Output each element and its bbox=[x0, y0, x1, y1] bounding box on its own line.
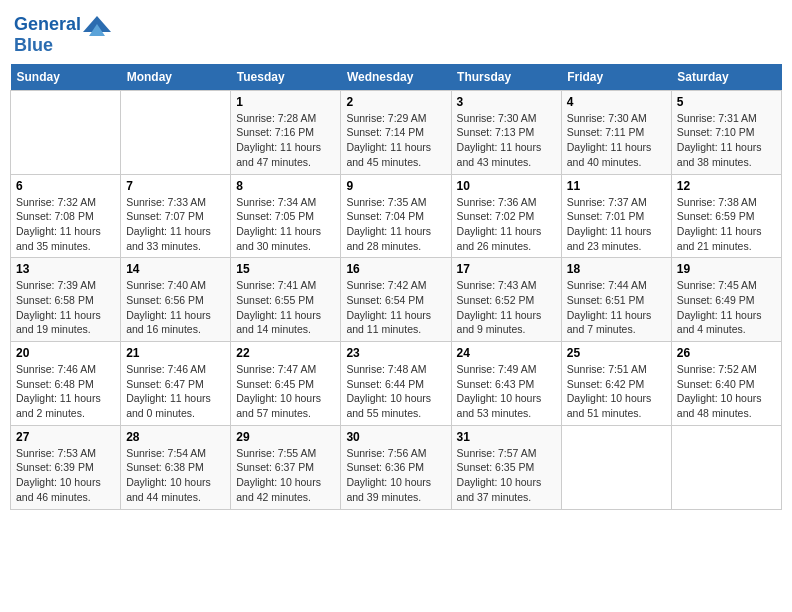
day-info: Sunrise: 7:38 AMSunset: 6:59 PMDaylight:… bbox=[677, 195, 776, 254]
day-info: Sunrise: 7:33 AMSunset: 7:07 PMDaylight:… bbox=[126, 195, 225, 254]
day-number: 4 bbox=[567, 95, 666, 109]
day-info: Sunrise: 7:56 AMSunset: 6:36 PMDaylight:… bbox=[346, 446, 445, 505]
day-info: Sunrise: 7:42 AMSunset: 6:54 PMDaylight:… bbox=[346, 278, 445, 337]
calendar-cell: 27Sunrise: 7:53 AMSunset: 6:39 PMDayligh… bbox=[11, 425, 121, 509]
calendar-table: SundayMondayTuesdayWednesdayThursdayFrid… bbox=[10, 64, 782, 510]
day-number: 10 bbox=[457, 179, 556, 193]
day-info: Sunrise: 7:40 AMSunset: 6:56 PMDaylight:… bbox=[126, 278, 225, 337]
day-info: Sunrise: 7:55 AMSunset: 6:37 PMDaylight:… bbox=[236, 446, 335, 505]
calendar-week-2: 6Sunrise: 7:32 AMSunset: 7:08 PMDaylight… bbox=[11, 174, 782, 258]
calendar-cell: 14Sunrise: 7:40 AMSunset: 6:56 PMDayligh… bbox=[121, 258, 231, 342]
weekday-header-friday: Friday bbox=[561, 64, 671, 91]
day-info: Sunrise: 7:45 AMSunset: 6:49 PMDaylight:… bbox=[677, 278, 776, 337]
weekday-header-sunday: Sunday bbox=[11, 64, 121, 91]
calendar-cell: 24Sunrise: 7:49 AMSunset: 6:43 PMDayligh… bbox=[451, 342, 561, 426]
day-number: 21 bbox=[126, 346, 225, 360]
calendar-cell: 25Sunrise: 7:51 AMSunset: 6:42 PMDayligh… bbox=[561, 342, 671, 426]
day-number: 6 bbox=[16, 179, 115, 193]
calendar-cell: 22Sunrise: 7:47 AMSunset: 6:45 PMDayligh… bbox=[231, 342, 341, 426]
day-number: 16 bbox=[346, 262, 445, 276]
weekday-header-wednesday: Wednesday bbox=[341, 64, 451, 91]
day-info: Sunrise: 7:49 AMSunset: 6:43 PMDaylight:… bbox=[457, 362, 556, 421]
day-number: 11 bbox=[567, 179, 666, 193]
day-info: Sunrise: 7:48 AMSunset: 6:44 PMDaylight:… bbox=[346, 362, 445, 421]
calendar-cell: 23Sunrise: 7:48 AMSunset: 6:44 PMDayligh… bbox=[341, 342, 451, 426]
calendar-week-1: 1Sunrise: 7:28 AMSunset: 7:16 PMDaylight… bbox=[11, 90, 782, 174]
calendar-cell bbox=[671, 425, 781, 509]
calendar-cell: 1Sunrise: 7:28 AMSunset: 7:16 PMDaylight… bbox=[231, 90, 341, 174]
day-number: 22 bbox=[236, 346, 335, 360]
day-number: 5 bbox=[677, 95, 776, 109]
calendar-cell: 7Sunrise: 7:33 AMSunset: 7:07 PMDaylight… bbox=[121, 174, 231, 258]
day-number: 7 bbox=[126, 179, 225, 193]
day-info: Sunrise: 7:57 AMSunset: 6:35 PMDaylight:… bbox=[457, 446, 556, 505]
day-info: Sunrise: 7:36 AMSunset: 7:02 PMDaylight:… bbox=[457, 195, 556, 254]
weekday-header-row: SundayMondayTuesdayWednesdayThursdayFrid… bbox=[11, 64, 782, 91]
day-number: 2 bbox=[346, 95, 445, 109]
calendar-cell: 16Sunrise: 7:42 AMSunset: 6:54 PMDayligh… bbox=[341, 258, 451, 342]
calendar-cell: 13Sunrise: 7:39 AMSunset: 6:58 PMDayligh… bbox=[11, 258, 121, 342]
day-number: 24 bbox=[457, 346, 556, 360]
day-info: Sunrise: 7:32 AMSunset: 7:08 PMDaylight:… bbox=[16, 195, 115, 254]
logo: General Blue bbox=[14, 14, 111, 56]
calendar-cell: 31Sunrise: 7:57 AMSunset: 6:35 PMDayligh… bbox=[451, 425, 561, 509]
calendar-week-3: 13Sunrise: 7:39 AMSunset: 6:58 PMDayligh… bbox=[11, 258, 782, 342]
day-info: Sunrise: 7:39 AMSunset: 6:58 PMDaylight:… bbox=[16, 278, 115, 337]
calendar-cell: 17Sunrise: 7:43 AMSunset: 6:52 PMDayligh… bbox=[451, 258, 561, 342]
calendar-cell: 10Sunrise: 7:36 AMSunset: 7:02 PMDayligh… bbox=[451, 174, 561, 258]
calendar-cell: 30Sunrise: 7:56 AMSunset: 6:36 PMDayligh… bbox=[341, 425, 451, 509]
calendar-cell bbox=[561, 425, 671, 509]
logo-text: General bbox=[14, 15, 81, 35]
calendar-cell: 28Sunrise: 7:54 AMSunset: 6:38 PMDayligh… bbox=[121, 425, 231, 509]
day-info: Sunrise: 7:47 AMSunset: 6:45 PMDaylight:… bbox=[236, 362, 335, 421]
day-number: 18 bbox=[567, 262, 666, 276]
day-number: 29 bbox=[236, 430, 335, 444]
day-number: 28 bbox=[126, 430, 225, 444]
day-number: 19 bbox=[677, 262, 776, 276]
calendar-cell: 3Sunrise: 7:30 AMSunset: 7:13 PMDaylight… bbox=[451, 90, 561, 174]
day-info: Sunrise: 7:37 AMSunset: 7:01 PMDaylight:… bbox=[567, 195, 666, 254]
calendar-cell: 19Sunrise: 7:45 AMSunset: 6:49 PMDayligh… bbox=[671, 258, 781, 342]
logo-text-blue: Blue bbox=[14, 36, 111, 56]
calendar-cell: 26Sunrise: 7:52 AMSunset: 6:40 PMDayligh… bbox=[671, 342, 781, 426]
day-info: Sunrise: 7:41 AMSunset: 6:55 PMDaylight:… bbox=[236, 278, 335, 337]
weekday-header-monday: Monday bbox=[121, 64, 231, 91]
calendar-cell: 4Sunrise: 7:30 AMSunset: 7:11 PMDaylight… bbox=[561, 90, 671, 174]
day-number: 25 bbox=[567, 346, 666, 360]
page-header: General Blue bbox=[10, 10, 782, 56]
calendar-cell: 12Sunrise: 7:38 AMSunset: 6:59 PMDayligh… bbox=[671, 174, 781, 258]
logo-icon bbox=[83, 14, 111, 36]
day-number: 30 bbox=[346, 430, 445, 444]
day-info: Sunrise: 7:44 AMSunset: 6:51 PMDaylight:… bbox=[567, 278, 666, 337]
day-info: Sunrise: 7:28 AMSunset: 7:16 PMDaylight:… bbox=[236, 111, 335, 170]
day-number: 8 bbox=[236, 179, 335, 193]
day-number: 20 bbox=[16, 346, 115, 360]
day-info: Sunrise: 7:30 AMSunset: 7:11 PMDaylight:… bbox=[567, 111, 666, 170]
day-info: Sunrise: 7:43 AMSunset: 6:52 PMDaylight:… bbox=[457, 278, 556, 337]
day-info: Sunrise: 7:46 AMSunset: 6:47 PMDaylight:… bbox=[126, 362, 225, 421]
calendar-cell: 2Sunrise: 7:29 AMSunset: 7:14 PMDaylight… bbox=[341, 90, 451, 174]
weekday-header-tuesday: Tuesday bbox=[231, 64, 341, 91]
day-info: Sunrise: 7:30 AMSunset: 7:13 PMDaylight:… bbox=[457, 111, 556, 170]
day-number: 23 bbox=[346, 346, 445, 360]
day-info: Sunrise: 7:34 AMSunset: 7:05 PMDaylight:… bbox=[236, 195, 335, 254]
calendar-cell: 5Sunrise: 7:31 AMSunset: 7:10 PMDaylight… bbox=[671, 90, 781, 174]
day-info: Sunrise: 7:29 AMSunset: 7:14 PMDaylight:… bbox=[346, 111, 445, 170]
day-number: 31 bbox=[457, 430, 556, 444]
calendar-cell: 15Sunrise: 7:41 AMSunset: 6:55 PMDayligh… bbox=[231, 258, 341, 342]
calendar-cell: 18Sunrise: 7:44 AMSunset: 6:51 PMDayligh… bbox=[561, 258, 671, 342]
weekday-header-thursday: Thursday bbox=[451, 64, 561, 91]
day-info: Sunrise: 7:51 AMSunset: 6:42 PMDaylight:… bbox=[567, 362, 666, 421]
day-info: Sunrise: 7:46 AMSunset: 6:48 PMDaylight:… bbox=[16, 362, 115, 421]
day-info: Sunrise: 7:52 AMSunset: 6:40 PMDaylight:… bbox=[677, 362, 776, 421]
day-number: 9 bbox=[346, 179, 445, 193]
calendar-week-5: 27Sunrise: 7:53 AMSunset: 6:39 PMDayligh… bbox=[11, 425, 782, 509]
calendar-week-4: 20Sunrise: 7:46 AMSunset: 6:48 PMDayligh… bbox=[11, 342, 782, 426]
day-number: 3 bbox=[457, 95, 556, 109]
day-number: 12 bbox=[677, 179, 776, 193]
calendar-cell: 6Sunrise: 7:32 AMSunset: 7:08 PMDaylight… bbox=[11, 174, 121, 258]
calendar-cell: 11Sunrise: 7:37 AMSunset: 7:01 PMDayligh… bbox=[561, 174, 671, 258]
day-info: Sunrise: 7:53 AMSunset: 6:39 PMDaylight:… bbox=[16, 446, 115, 505]
day-info: Sunrise: 7:54 AMSunset: 6:38 PMDaylight:… bbox=[126, 446, 225, 505]
weekday-header-saturday: Saturday bbox=[671, 64, 781, 91]
